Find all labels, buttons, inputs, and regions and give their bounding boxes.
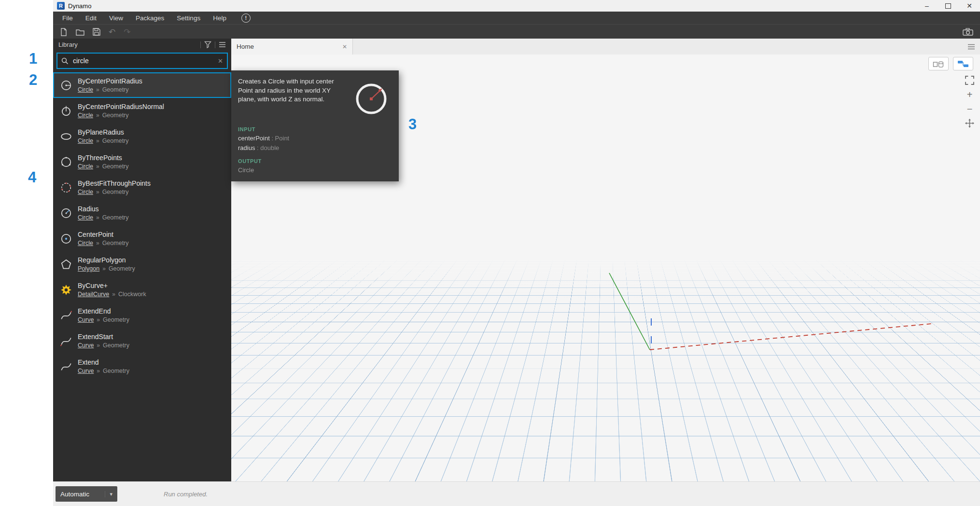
menu-help[interactable]: Help xyxy=(207,14,233,22)
search-icon xyxy=(61,57,69,65)
clear-search-icon[interactable]: ✕ xyxy=(218,57,223,65)
tab-close-icon[interactable]: ✕ xyxy=(342,43,347,50)
gear-icon xyxy=(58,284,74,296)
category-link[interactable]: Circle xyxy=(78,240,93,246)
redo-icon[interactable]: ↷ xyxy=(124,28,130,36)
export-image-camera-icon[interactable] xyxy=(963,28,973,36)
close-button[interactable]: ✕ xyxy=(959,0,980,12)
hierarchy-icon: » xyxy=(102,265,106,272)
circle-center-radius-icon xyxy=(58,79,74,92)
pan-icon[interactable] xyxy=(965,119,974,128)
category-link[interactable]: Circle xyxy=(78,189,93,195)
node-title: ExtendStart xyxy=(78,333,129,341)
tab-bar: Home ✕ xyxy=(231,39,980,55)
group-label: Geometry xyxy=(102,163,129,170)
input-type: : Point xyxy=(270,135,289,142)
category-link[interactable]: Circle xyxy=(78,86,93,93)
library-item[interactable]: ByPlaneRadius Circle » Geometry xyxy=(53,123,231,149)
category-link[interactable]: Curve xyxy=(78,342,94,349)
menu-edit[interactable]: Edit xyxy=(79,14,103,22)
library-item[interactable]: ByCurve+ DetailCurve » Clockwork xyxy=(53,277,231,302)
category-link[interactable]: Circle xyxy=(78,137,93,144)
tabs-menu-button[interactable] xyxy=(963,39,980,55)
group-label: Geometry xyxy=(102,189,129,195)
dynamo-logo-icon: R xyxy=(57,2,65,10)
group-label: Geometry xyxy=(103,316,129,323)
library-item[interactable]: Radius Circle » Geometry xyxy=(53,200,231,226)
library-item[interactable]: ByThreePoints Circle » Geometry xyxy=(53,149,231,175)
library-title: Library xyxy=(58,41,78,48)
group-label: Geometry xyxy=(102,240,129,246)
save-icon[interactable] xyxy=(93,28,100,36)
library-item[interactable]: ByBestFitThroughPoints Circle » Geometry xyxy=(53,175,231,200)
circle-radius-icon xyxy=(58,207,74,219)
group-label: Geometry xyxy=(102,137,129,144)
library-item[interactable]: ByCenterPointRadiusNormal Circle » Geome… xyxy=(53,98,231,123)
filter-icon[interactable] xyxy=(204,41,211,48)
library-item[interactable]: RegularPolygon Polygon » Geometry xyxy=(53,251,231,277)
category-link[interactable]: Circle xyxy=(78,163,93,170)
tooltip-input-label: INPUT xyxy=(238,126,392,132)
node-title: ExtendEnd xyxy=(78,307,129,315)
zoom-out-icon[interactable]: − xyxy=(967,104,973,114)
hierarchy-icon: » xyxy=(96,163,99,170)
tab-home[interactable]: Home ✕ xyxy=(231,39,353,55)
library-item[interactable]: CenterPoint Circle » Geometry xyxy=(53,226,231,251)
hamburger-icon xyxy=(967,44,975,50)
node-title: ByThreePoints xyxy=(78,154,129,162)
menu-view[interactable]: View xyxy=(103,14,129,22)
category-link[interactable]: Circle xyxy=(78,214,93,221)
menu-settings[interactable]: Settings xyxy=(170,14,207,22)
polygon-icon xyxy=(58,258,74,271)
library-item[interactable]: ExtendStart Curve » Geometry xyxy=(53,328,231,354)
maximize-button[interactable] xyxy=(938,0,959,12)
chevron-down-icon: ▾ xyxy=(105,491,112,497)
circle-normal-icon xyxy=(58,105,74,117)
zoom-fit-icon[interactable] xyxy=(965,76,974,85)
group-label: Geometry xyxy=(103,368,129,374)
input-name: radius xyxy=(238,144,255,151)
node-title: ByCurve+ xyxy=(78,282,146,289)
geometry-view-button[interactable] xyxy=(928,57,949,70)
node-title: ByBestFitThroughPoints xyxy=(78,179,151,187)
node-title: ByPlaneRadius xyxy=(78,128,129,136)
menu-packages[interactable]: Packages xyxy=(129,14,170,22)
library-search-input[interactable] xyxy=(72,56,218,65)
input-name: centerPoint xyxy=(238,135,270,142)
geometry-shapes-icon xyxy=(933,60,944,68)
group-label: Geometry xyxy=(102,112,129,119)
window-controls: – ✕ xyxy=(916,0,980,12)
undo-icon[interactable]: ↶ xyxy=(109,28,115,36)
minimize-button[interactable]: – xyxy=(916,0,938,12)
maximize-icon xyxy=(945,3,951,9)
minimize-icon: – xyxy=(925,2,929,10)
open-file-icon[interactable] xyxy=(76,28,84,36)
category-link[interactable]: Polygon xyxy=(78,265,99,272)
node-title: RegularPolygon xyxy=(78,256,135,264)
node-title: ByCenterPointRadius xyxy=(78,77,142,85)
annotation-3: 3 xyxy=(408,116,417,133)
zoom-in-icon[interactable]: + xyxy=(967,90,973,99)
hierarchy-icon: » xyxy=(97,342,100,349)
graph-view-button[interactable] xyxy=(953,57,973,70)
category-link[interactable]: Curve xyxy=(78,316,94,323)
notifications-icon[interactable]: ! xyxy=(241,14,251,23)
circle-plane-icon xyxy=(58,130,74,143)
group-label: Geometry xyxy=(102,214,129,221)
category-link[interactable]: DetailCurve xyxy=(78,291,109,298)
category-link[interactable]: Circle xyxy=(78,112,93,119)
library-item[interactable]: ByCenterPointRadius Circle » Geometry xyxy=(53,72,231,98)
run-bar: Automatic ▾ Run completed. xyxy=(53,481,980,506)
run-mode-select[interactable]: Automatic ▾ xyxy=(56,486,117,502)
menu-file[interactable]: File xyxy=(56,14,79,22)
list-view-icon[interactable] xyxy=(219,41,226,48)
hierarchy-icon: » xyxy=(96,112,99,119)
library-item[interactable]: ExtendEnd Curve » Geometry xyxy=(53,302,231,328)
new-file-icon[interactable] xyxy=(60,28,68,36)
group-label: Geometry xyxy=(103,342,129,349)
y-axis-line xyxy=(609,273,650,350)
circle-best-fit-icon xyxy=(58,181,74,194)
category-link[interactable]: Curve xyxy=(78,368,94,374)
library-item[interactable]: Extend Curve » Geometry xyxy=(53,354,231,379)
node-title: Extend xyxy=(78,358,129,366)
